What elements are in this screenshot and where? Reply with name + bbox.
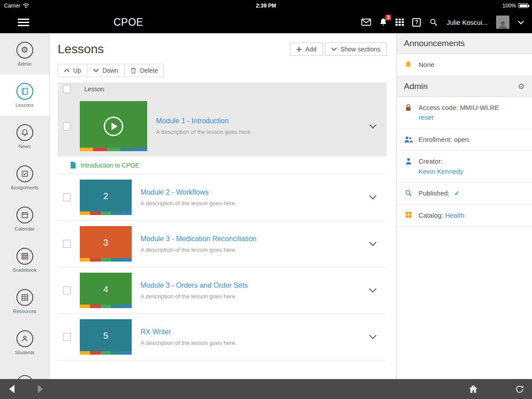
sidebar-item-label: Assignments <box>11 185 39 190</box>
people-icon <box>404 136 413 143</box>
row-checkbox[interactable] <box>63 193 71 201</box>
creator-link[interactable]: Kevin Kennedy <box>419 167 463 177</box>
sidebar-item-label: Gradebook <box>12 267 36 273</box>
notifications-icon[interactable]: 3 <box>379 18 387 27</box>
sidebar-item-label: Admin <box>18 61 31 66</box>
bell-icon <box>404 61 413 69</box>
person-icon <box>404 157 413 165</box>
lesson-tile[interactable]: 3 <box>80 226 132 262</box>
wifi-icon <box>23 3 29 8</box>
move-down-button[interactable]: Down <box>87 64 125 77</box>
tile-stripe <box>80 305 132 308</box>
back-button[interactable] <box>8 384 16 394</box>
tile-number: 3 <box>103 238 108 248</box>
sidebar-item-calendar[interactable]: Calendar <box>0 198 49 239</box>
trash-icon <box>130 67 137 74</box>
mail-icon[interactable] <box>361 19 371 26</box>
drawers-icon <box>16 289 33 306</box>
lesson-description: A description of the lesson goes here. <box>141 246 256 253</box>
apps-grid-icon[interactable] <box>395 19 404 26</box>
lesson-title-link[interactable]: Module 2 - Workflows <box>141 188 237 196</box>
search-icon[interactable] <box>429 18 438 27</box>
sidebar-item-label: Lessons <box>16 102 34 108</box>
catalog-link[interactable]: Health <box>445 211 464 221</box>
user-menu-chevron-icon[interactable] <box>518 20 524 24</box>
lesson-tile[interactable] <box>80 101 147 151</box>
lesson-tile[interactable]: 5 <box>80 319 132 355</box>
lessons-toolbar: Up Down Delete <box>58 64 387 77</box>
sidebar-item-admin[interactable]: ⚙ Admin <box>0 33 49 74</box>
lesson-title-link[interactable]: Module 1 - Introduction <box>156 117 252 125</box>
expand-chevron-icon[interactable] <box>369 195 377 200</box>
sidebar-item-label: Calendar <box>15 226 35 231</box>
lesson-column-header: Lesson <box>84 86 104 93</box>
lesson-description: A description of the lesson goes here. <box>141 340 237 346</box>
lessons-main: Lessons Add Show sections Up Down <box>50 33 396 379</box>
tile-number: 4 <box>103 284 108 294</box>
delete-button[interactable]: Delete <box>124 64 164 77</box>
sidebar-item-resources[interactable]: Resources <box>0 281 49 322</box>
battery-percent: 100% <box>502 3 516 9</box>
row-checkbox[interactable] <box>63 333 71 341</box>
sidebar-item-partial[interactable] <box>0 363 49 379</box>
published-label: Published: <box>419 188 450 199</box>
access-code-row: Access code: MMIU-WLRE reset <box>397 97 532 129</box>
avatar[interactable] <box>496 16 509 29</box>
show-sections-button[interactable]: Show sections <box>325 43 387 56</box>
row-checkbox[interactable] <box>63 122 71 130</box>
expand-chevron-icon[interactable] <box>369 124 377 129</box>
user-menu-name[interactable]: Julie Koscui... <box>446 19 488 26</box>
magnifier-icon <box>404 189 413 197</box>
grid-icon <box>16 248 33 265</box>
published-row: Published: ✓ <box>397 183 532 205</box>
forward-button[interactable] <box>37 384 44 394</box>
lesson-title-link[interactable]: RX Writer <box>141 328 237 336</box>
chevron-down-icon <box>93 69 99 72</box>
lesson-title-link[interactable]: Module 3 - Orders and Order Sets <box>141 282 248 289</box>
access-code-text: Access code: MMIU-WLRE <box>419 104 499 111</box>
lesson-sub-item: Introduction to CPOE <box>58 156 387 174</box>
lesson-tile[interactable]: 4 <box>80 273 132 308</box>
catalog-grid-icon <box>404 211 413 218</box>
expand-chevron-icon[interactable] <box>369 242 377 246</box>
clock: 2:39 PM <box>0 3 532 9</box>
right-panel: Announcements None Admin ⚙ Access code: … <box>396 33 532 379</box>
refresh-button[interactable] <box>515 385 524 394</box>
lesson-title-link[interactable]: Module 3 - Medication Reconciliation <box>141 235 256 243</box>
expand-chevron-icon[interactable] <box>369 335 377 340</box>
sidebar-item-label: Resources <box>13 309 36 314</box>
browser-bottom-bar <box>0 379 532 399</box>
lock-icon <box>404 104 413 112</box>
admin-header: Admin ⚙ <box>397 76 532 97</box>
bell-icon <box>16 124 33 141</box>
person-icon <box>16 330 33 347</box>
sub-item-link[interactable]: Introduction to CPOE <box>81 162 139 169</box>
announcements-header: Announcements <box>397 33 532 54</box>
expand-chevron-icon[interactable] <box>369 288 377 293</box>
app-header: CPOE 3 ? Julie Koscui... <box>0 11 532 33</box>
menu-button[interactable] <box>18 19 29 26</box>
sidebar-item-gradebook[interactable]: Gradebook <box>0 239 49 281</box>
tile-number: 2 <box>103 191 108 201</box>
sidebar-item-students[interactable]: Students <box>0 322 49 363</box>
book-icon <box>16 83 33 100</box>
play-icon <box>103 116 124 137</box>
lesson-tile[interactable]: 2 <box>80 180 132 215</box>
home-button[interactable] <box>469 385 478 393</box>
reset-link[interactable]: reset <box>419 113 433 123</box>
sidebar-item-news[interactable]: News <box>0 116 49 157</box>
lesson-description: A description of the lesson goes here. <box>141 200 237 207</box>
select-all-checkbox[interactable] <box>63 85 71 93</box>
help-icon[interactable]: ? <box>412 18 421 27</box>
row-checkbox[interactable] <box>63 240 71 248</box>
sidebar-item-lessons[interactable]: Lessons <box>0 74 49 116</box>
gear-icon[interactable]: ⚙ <box>518 82 525 90</box>
add-button[interactable]: Add <box>290 43 323 56</box>
creator-row: Creator: Kevin Kennedy <box>397 151 532 183</box>
move-up-button[interactable]: Up <box>58 64 87 77</box>
row-checkbox[interactable] <box>63 286 71 294</box>
plus-icon <box>296 47 302 52</box>
sidebar-item-assignments[interactable]: Assignments <box>0 157 49 198</box>
catalog-label: Catalog: <box>419 211 443 221</box>
announcements-none-label: None <box>419 60 434 70</box>
